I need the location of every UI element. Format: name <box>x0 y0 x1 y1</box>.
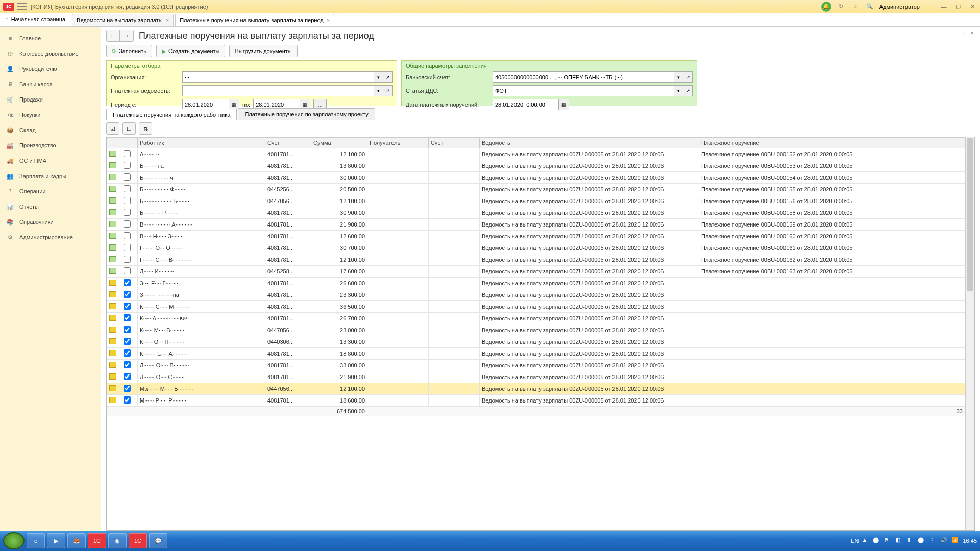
history-icon[interactable]: ↻ <box>837 2 846 11</box>
nav-item[interactable]: 📊Отчеты <box>0 199 101 214</box>
row-checkbox[interactable] <box>124 267 131 274</box>
row-checkbox[interactable] <box>124 279 131 286</box>
table-row[interactable]: Б···· ··· на4081781...13 800,00Ведомость… <box>107 160 965 172</box>
table-row[interactable]: Л······· О····· В··········4081781...33 … <box>107 360 965 371</box>
table-row[interactable]: Б······· ··· Р········4081781...30 900,0… <box>107 207 965 219</box>
table-row[interactable]: Б······ ········· Ф········0445256...20 … <box>107 184 965 195</box>
table-row[interactable]: К········ Е···· А··········4081781...18 … <box>107 348 965 360</box>
row-checkbox[interactable] <box>124 373 131 380</box>
create-docs-button[interactable]: ▶ Создать документы <box>156 45 225 57</box>
close-page-icon[interactable]: × <box>971 30 974 36</box>
table-row[interactable]: К······ О··· Н··········0440306...13 300… <box>107 336 965 348</box>
close-icon[interactable]: × <box>327 17 330 23</box>
open-icon[interactable]: ↗ <box>383 85 393 96</box>
search-icon[interactable]: 🔍 <box>865 2 874 11</box>
row-checkbox[interactable] <box>124 197 131 204</box>
task-item[interactable]: 1C <box>129 533 147 548</box>
invert-button[interactable]: ⇅ <box>139 122 152 135</box>
row-checkbox[interactable] <box>124 244 131 251</box>
nav-item[interactable]: 🏭Производство <box>0 138 101 153</box>
row-checkbox[interactable] <box>124 220 131 228</box>
table-row[interactable]: В····· Н······ З········4081781...12 600… <box>107 231 965 242</box>
column-header[interactable]: Счет <box>265 138 311 148</box>
close-icon[interactable]: × <box>166 17 169 23</box>
clock[interactable]: 16:45 <box>963 538 977 544</box>
nav-item[interactable]: ᵀОперации <box>0 184 101 199</box>
row-checkbox[interactable] <box>124 256 131 263</box>
row-checkbox[interactable] <box>124 173 131 181</box>
nav-item[interactable]: 🛍Покупки <box>0 107 101 122</box>
home-tab[interactable]: ⌂ Начальная страница <box>0 13 70 26</box>
more-icon[interactable]: ⋮ <box>961 30 967 36</box>
grid[interactable]: РаботникСчетСуммаПолучательСчетВедомость… <box>107 137 965 530</box>
task-item[interactable]: 🦊 <box>67 533 86 548</box>
dds-input[interactable] <box>493 85 674 96</box>
maximize-icon[interactable]: ▢ <box>953 2 963 11</box>
settings-icon[interactable]: ≡ <box>925 2 934 11</box>
minimize-icon[interactable]: — <box>939 2 948 11</box>
tray-icon[interactable]: ◧ <box>895 537 903 545</box>
user-label[interactable]: Администратор <box>879 4 920 10</box>
table-row[interactable]: К····· А········· ·····вич4081781...26 7… <box>107 313 965 324</box>
table-row[interactable]: Г······· О··· О········4081781...30 700,… <box>107 242 965 254</box>
table-row[interactable]: В······· ········· А···········4081781..… <box>107 219 965 231</box>
nav-item[interactable]: 👥Зарплата и кадры <box>0 168 101 184</box>
start-button[interactable] <box>3 532 24 549</box>
close-icon[interactable]: ✕ <box>968 2 977 11</box>
nav-item[interactable]: ₽Банк и касса <box>0 77 101 92</box>
column-header[interactable] <box>121 138 138 148</box>
dropdown-icon[interactable]: ▾ <box>674 85 683 96</box>
row-checkbox[interactable] <box>124 349 131 357</box>
row-checkbox[interactable] <box>124 385 131 392</box>
open-icon[interactable]: ↗ <box>383 71 393 83</box>
row-checkbox[interactable] <box>124 361 131 368</box>
table-row[interactable]: Д······ И··········0445258...17 600,00Ве… <box>107 266 965 278</box>
subtab-salary-project[interactable]: Платежные поручения по зарплатному проек… <box>238 108 375 120</box>
bell-icon[interactable]: 🔔 <box>821 2 831 12</box>
table-row[interactable]: Г······· С····· В············4081781...1… <box>107 254 965 266</box>
task-item[interactable]: 1C <box>88 533 106 548</box>
export-docs-button[interactable]: Выгрузить документы <box>229 45 297 57</box>
table-row[interactable]: Б······ ·· ·······ч4081781...30 000,00Ве… <box>107 172 965 184</box>
table-row[interactable]: Б·········· ······· Б········0447056...1… <box>107 195 965 207</box>
row-checkbox[interactable] <box>124 209 131 216</box>
row-checkbox[interactable] <box>124 162 131 169</box>
tray-icon[interactable]: ⬆ <box>906 537 915 545</box>
nav-item[interactable]: 🚚ОС и НМА <box>0 153 101 168</box>
column-header[interactable]: Платежное поручение <box>699 138 965 148</box>
subtab-per-worker[interactable]: Платежные поручения на каждого работника <box>106 109 237 120</box>
tray-icon[interactable]: ⚐ <box>929 537 937 545</box>
table-row[interactable]: З········ ··········на4081781...23 300,0… <box>107 289 965 301</box>
column-header[interactable]: Ведомость <box>480 138 699 148</box>
column-header[interactable] <box>107 138 121 148</box>
row-checkbox[interactable] <box>124 326 131 333</box>
table-row[interactable]: М······ Р····· Р·········4081781...18 60… <box>107 395 965 407</box>
bank-input[interactable] <box>493 71 674 83</box>
nav-item[interactable]: 📦Склад <box>0 122 101 138</box>
nav-item[interactable]: 📚Справочники <box>0 214 101 230</box>
star-icon[interactable]: ☆ <box>851 2 860 11</box>
tray-icon[interactable]: 📶 <box>951 537 960 545</box>
table-row[interactable]: К······· С····· М··········4081781...36 … <box>107 301 965 313</box>
row-checkbox[interactable] <box>124 396 131 404</box>
row-checkbox[interactable] <box>124 338 131 345</box>
table-row[interactable]: Л······· О···· С········4081781...21 900… <box>107 371 965 383</box>
column-header[interactable]: Получатель <box>368 138 429 148</box>
table-row[interactable]: К······ М···· В·········0447056...23 000… <box>107 324 965 336</box>
row-checkbox[interactable] <box>124 303 131 310</box>
row-checkbox[interactable] <box>124 291 131 298</box>
nav-item[interactable]: 🛒Продажи <box>0 92 101 107</box>
nav-item[interactable]: ≡Главное <box>0 31 101 46</box>
lang-indicator[interactable]: EN <box>851 538 859 544</box>
tray-icon[interactable]: 🔊 <box>940 537 948 545</box>
vedomost-input[interactable] <box>182 85 374 96</box>
dropdown-icon[interactable]: ▾ <box>374 85 383 96</box>
tray-icon[interactable]: ⚑ <box>884 537 892 545</box>
org-input[interactable] <box>182 71 374 83</box>
fill-button[interactable]: ⟳ Заполнить <box>106 45 152 57</box>
column-header[interactable]: Счет <box>429 138 480 148</box>
dropdown-icon[interactable]: ▾ <box>674 71 683 83</box>
back-button[interactable]: ← <box>107 30 120 41</box>
open-icon[interactable]: ↗ <box>683 85 693 96</box>
dropdown-icon[interactable]: ▾ <box>374 71 383 83</box>
